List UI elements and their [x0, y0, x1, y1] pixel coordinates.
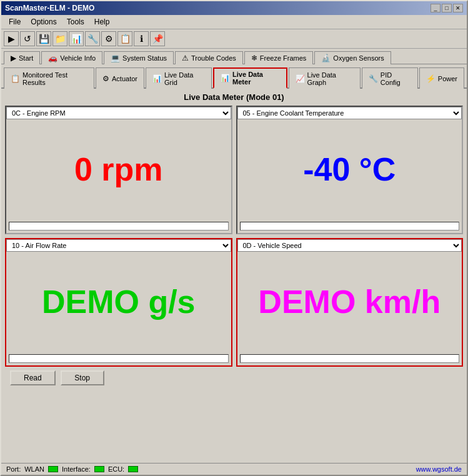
stop-button[interactable]: Stop	[61, 370, 104, 385]
toolbar-btn-4[interactable]: 📁	[52, 31, 67, 46]
tab-pid-config-label: PID Config	[381, 71, 411, 86]
interface-label: Interface:	[62, 465, 91, 473]
maximize-button[interactable]: □	[442, 4, 452, 12]
menu-tools[interactable]: Tools	[62, 16, 89, 27]
tab-start-label: Start	[19, 54, 33, 62]
menu-options[interactable]: Options	[26, 16, 61, 27]
tab-vehicle-info-label: Vehicle Info	[60, 54, 96, 62]
ecu-indicator	[128, 466, 138, 472]
monitored-test-results-icon: 📋	[11, 74, 20, 83]
tab-live-data-meter[interactable]: 📊 Live Data Meter	[213, 67, 287, 89]
tab-power[interactable]: ⚡ Power	[419, 67, 464, 89]
tab-power-label: Power	[438, 75, 457, 82]
live-data-meter-icon: 📊	[221, 74, 230, 82]
tab-oxygen-sensors-label: Oxygen Sensors	[333, 54, 384, 62]
tab-live-data-meter-label: Live Data Meter	[232, 71, 279, 86]
tab-actuator-label: Actuator	[112, 75, 137, 82]
tab-monitored-test-results[interactable]: 📋 Monitored Test Results	[4, 67, 94, 89]
tabs-row2: 📋 Monitored Test Results ⚙ Actuator 📊 Li…	[1, 64, 467, 89]
status-left: Port: WLAN Interface: ECU:	[6, 465, 138, 473]
system-status-icon: 💻	[111, 54, 120, 62]
tab-live-data-grid-label: Live Data Grid	[164, 71, 205, 86]
bottom-buttons: Read Stop	[5, 367, 463, 389]
freeze-frames-icon: ❄	[251, 54, 257, 62]
interface-indicator	[94, 466, 104, 472]
website-label: www.wgsoft.de	[416, 465, 462, 473]
tab-monitored-test-results-label: Monitored Test Results	[22, 71, 87, 86]
menu-help[interactable]: Help	[89, 16, 115, 27]
main-content: Live Data Meter (Mode 01) 0C - Engine RP…	[1, 89, 467, 463]
tab-actuator[interactable]: ⚙ Actuator	[96, 67, 144, 89]
meters-grid: 0C - Engine RPM 0D - Vehicle Speed 05 - …	[5, 106, 463, 367]
tab-live-data-grid[interactable]: 📊 Live Data Grid	[146, 67, 212, 89]
meter2-progress	[240, 222, 460, 231]
read-button[interactable]: Read	[10, 370, 56, 385]
meter2-value-area: -40 °C	[237, 119, 462, 219]
start-icon: ▶	[11, 54, 16, 62]
toolbar-btn-10[interactable]: 📌	[150, 31, 165, 46]
meter3-value-area: DEMO g/s	[6, 252, 231, 352]
menu-bar: File Options Tools Help	[1, 15, 467, 29]
tab-start[interactable]: ▶ Start	[4, 51, 40, 64]
toolbar: ▶ ↺ 💾 📁 📊 🔧 ⚙ 📋 ℹ 📌	[1, 29, 467, 49]
meter1-value-area: 0 rpm	[6, 119, 231, 219]
meter4-value-area: DEMO km/h	[237, 252, 462, 352]
meter-panel-2: 05 - Engine Coolant Temperature 0C - Eng…	[236, 106, 464, 234]
meter2-dropdown[interactable]: 05 - Engine Coolant Temperature 0C - Eng…	[237, 107, 462, 119]
meter3-dropdown[interactable]: 10 - Air Flow Rate 0C - Engine RPM 0D - …	[6, 239, 231, 252]
main-window: ScanMaster-ELM - DEMO _ □ ✕ File Options…	[0, 0, 468, 476]
window-title: ScanMaster-ELM - DEMO	[5, 4, 94, 12]
meter2-value: -40 °C	[303, 151, 396, 188]
toolbar-btn-3[interactable]: 💾	[36, 31, 51, 46]
meter4-progress	[240, 354, 460, 363]
meter-panel-4: 0D - Vehicle Speed 0C - Engine RPM 05 - …	[236, 238, 464, 367]
meter4-value: DEMO km/h	[258, 283, 441, 320]
toolbar-btn-2[interactable]: ↺	[20, 31, 35, 46]
live-data-grid-icon: 📊	[152, 74, 162, 83]
vehicle-info-icon: 🚗	[48, 54, 57, 62]
toolbar-btn-1[interactable]: ▶	[4, 31, 19, 46]
section-title: Live Data Meter (Mode 01)	[5, 92, 463, 102]
meter4-dropdown[interactable]: 0D - Vehicle Speed 0C - Engine RPM 05 - …	[237, 239, 462, 252]
meter-panel-1: 0C - Engine RPM 0D - Vehicle Speed 05 - …	[5, 106, 232, 234]
status-bar: Port: WLAN Interface: ECU: www.wgsoft.de	[1, 463, 467, 475]
pid-config-icon: 🔧	[369, 74, 378, 83]
meter3-value: DEMO g/s	[42, 283, 196, 320]
toolbar-btn-7[interactable]: ⚙	[101, 31, 116, 46]
tab-system-status[interactable]: 💻 System Status	[104, 51, 174, 64]
close-button[interactable]: ✕	[453, 4, 463, 12]
trouble-codes-icon: ⚠	[182, 54, 189, 62]
tab-trouble-codes-label: Trouble Codes	[191, 54, 236, 62]
tab-freeze-frames-label: Freeze Frames	[260, 54, 307, 62]
title-bar: ScanMaster-ELM - DEMO _ □ ✕	[1, 1, 467, 15]
toolbar-btn-6[interactable]: 🔧	[85, 31, 100, 46]
port-value: WLAN	[24, 465, 44, 473]
oxygen-sensors-icon: 🔬	[321, 54, 331, 62]
toolbar-btn-8[interactable]: 📋	[117, 31, 132, 46]
meter1-progress	[9, 222, 229, 231]
meter1-dropdown[interactable]: 0C - Engine RPM 0D - Vehicle Speed 05 - …	[6, 107, 231, 119]
ecu-label: ECU:	[108, 465, 124, 473]
port-label: Port:	[6, 465, 21, 473]
toolbar-btn-5[interactable]: 📊	[69, 31, 84, 46]
title-controls: _ □ ✕	[431, 4, 463, 12]
port-indicator	[48, 466, 58, 472]
tab-live-data-graph-label: Live Data Graph	[307, 71, 354, 86]
live-data-graph-icon: 📈	[296, 74, 305, 83]
tab-live-data-graph[interactable]: 📈 Live Data Graph	[289, 67, 361, 89]
tab-oxygen-sensors[interactable]: 🔬 Oxygen Sensors	[314, 51, 391, 64]
actuator-icon: ⚙	[102, 74, 109, 83]
tab-freeze-frames[interactable]: ❄ Freeze Frames	[244, 51, 314, 64]
meter-panel-3: 10 - Air Flow Rate 0C - Engine RPM 0D - …	[5, 238, 232, 367]
tab-system-status-label: System Status	[122, 54, 167, 62]
tab-pid-config[interactable]: 🔧 PID Config	[362, 67, 418, 89]
meter3-progress	[9, 354, 229, 363]
tab-vehicle-info[interactable]: 🚗 Vehicle Info	[41, 51, 102, 64]
meter1-value: 0 rpm	[74, 151, 163, 188]
tab-trouble-codes[interactable]: ⚠ Trouble Codes	[175, 51, 243, 64]
tabs-row1: ▶ Start 🚗 Vehicle Info 💻 System Status ⚠…	[1, 49, 467, 64]
toolbar-btn-9[interactable]: ℹ	[134, 31, 149, 46]
power-icon: ⚡	[426, 74, 436, 83]
minimize-button[interactable]: _	[431, 4, 441, 12]
menu-file[interactable]: File	[4, 16, 26, 27]
